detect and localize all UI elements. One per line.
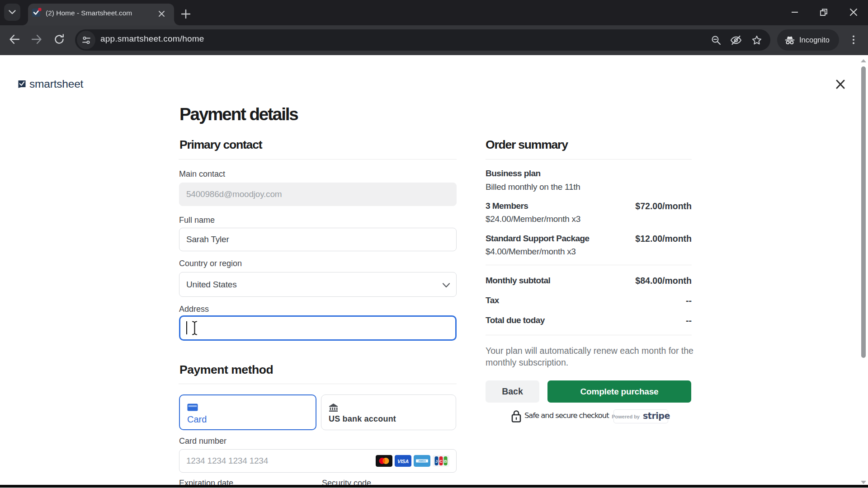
divider	[486, 159, 692, 160]
card-option-label: Card	[187, 414, 316, 425]
bottom-black-bar	[0, 485, 868, 488]
card-number-label: Card number	[179, 436, 226, 446]
incognito-label: Incognito	[799, 36, 830, 44]
card-number-placeholder: 1234 1234 1234 1234	[186, 456, 268, 466]
plan-name: Business plan	[486, 169, 541, 178]
line-item-name: Standard Support Package	[486, 234, 590, 244]
total-due-value: --	[686, 315, 692, 326]
full-name-input[interactable]: Sarah Tyler	[179, 228, 457, 251]
line-item-price: $72.00/month	[635, 201, 692, 211]
complete-purchase-button[interactable]: Complete purchase	[547, 380, 691, 403]
mastercard-icon	[376, 455, 392, 467]
select-chevron-icon	[441, 280, 451, 290]
url-text[interactable]: app.smartsheet.com/home	[100, 34, 204, 44]
line-item-price: $12.00/month	[635, 234, 692, 244]
visa-icon: VISA	[395, 455, 411, 467]
smartsheet-wordmark: smartsheet	[29, 78, 83, 90]
renewal-note: Your plan will automatically renew each …	[486, 345, 698, 368]
close-checkout-icon[interactable]	[835, 80, 845, 89]
powered-by-label: Powered by	[612, 414, 640, 419]
country-label: Country or region	[179, 259, 242, 268]
tab-title: (2) Home - Smartsheet.com	[46, 9, 154, 17]
incognito-badge[interactable]: Incognito	[777, 29, 839, 51]
bank-option-label: US bank account	[329, 414, 456, 424]
card-number-input[interactable]: 1234 1234 1234 1234 VISA AMEX J C B	[179, 449, 457, 473]
subtotal-value: $84.00/month	[635, 276, 692, 286]
divider	[179, 159, 457, 160]
credit-card-icon	[187, 404, 198, 411]
smartsheet-logo-icon	[18, 80, 26, 88]
tab-search-button[interactable]	[4, 4, 20, 21]
stripe-badge: Powered by stripe	[613, 409, 668, 423]
order-summary-heading: Order summary	[486, 138, 568, 152]
tab-curve-left	[23, 20, 28, 25]
divider	[486, 335, 692, 335]
payment-method-heading: Payment method	[179, 363, 273, 377]
total-due-label: Total due today	[486, 315, 545, 325]
stripe-wordmark: stripe	[643, 411, 670, 421]
browser-menu-icon[interactable]	[851, 34, 856, 45]
svg-text:AMEX: AMEX	[418, 460, 426, 462]
window-close-button[interactable]	[848, 7, 859, 17]
page-title: Payment details	[179, 104, 298, 124]
bank-icon	[329, 403, 338, 412]
tax-label: Tax	[486, 296, 499, 305]
forward-button[interactable]	[31, 33, 42, 45]
smartsheet-logo: smartsheet	[18, 78, 83, 90]
text-caret	[186, 321, 187, 334]
line-item-name: 3 Members	[486, 201, 528, 211]
browser-toolbar: app.smartsheet.com/home Incognito	[0, 25, 868, 55]
scrollbar-up-arrow[interactable]	[860, 59, 867, 63]
svg-text:B: B	[444, 459, 447, 464]
payment-method-bank-button[interactable]: US bank account	[321, 394, 456, 430]
svg-text:C: C	[439, 459, 443, 464]
divider	[179, 384, 457, 384]
jcb-icon: J C B	[433, 455, 449, 467]
lock-icon	[511, 409, 521, 423]
amex-icon: AMEX	[414, 455, 430, 467]
payment-method-card-button[interactable]: Card	[179, 394, 316, 430]
address-label: Address	[179, 305, 209, 314]
window-minimize-button[interactable]	[789, 7, 800, 17]
back-button[interactable]	[9, 33, 20, 45]
bookmark-star-icon[interactable]	[751, 35, 762, 46]
tab-curve-right	[174, 20, 179, 25]
site-settings-button[interactable]	[77, 31, 95, 49]
address-input[interactable]	[179, 315, 457, 341]
ibeam-cursor	[191, 320, 198, 336]
password-eye-off-icon[interactable]	[730, 35, 741, 46]
incognito-icon	[784, 35, 795, 46]
zoom-icon[interactable]	[711, 35, 722, 46]
main-contact-label: Main contact	[179, 169, 225, 179]
svg-text:VISA: VISA	[397, 459, 409, 464]
svg-text:J: J	[435, 459, 438, 464]
tab-close-icon[interactable]	[157, 9, 166, 18]
line-item-detail: $24.00/Member/month x3	[486, 214, 580, 224]
billing-cycle: Billed monthly on the 11th	[486, 182, 580, 192]
window-restore-button[interactable]	[818, 7, 829, 17]
back-button-checkout[interactable]: Back	[486, 380, 539, 403]
line-item-detail: $4.00/Member/month x3	[486, 247, 576, 257]
full-name-label: Full name	[179, 216, 215, 225]
card-brand-icons: VISA AMEX J C B	[376, 455, 449, 467]
subtotal-label: Monthly subtotal	[486, 276, 550, 286]
scrollbar-thumb[interactable]	[861, 66, 866, 358]
divider	[486, 265, 692, 265]
main-contact-input[interactable]: 5400986d@moodjoy.com	[179, 183, 457, 206]
country-select[interactable]: United States	[179, 272, 457, 297]
reload-button[interactable]	[53, 33, 65, 45]
tune-icon	[81, 35, 91, 45]
chevron-down-icon	[9, 10, 16, 14]
scrollbar-down-arrow[interactable]	[860, 480, 867, 484]
smartsheet-favicon-icon	[32, 8, 42, 18]
secure-checkout-note: Safe and secure checkout	[524, 411, 609, 420]
browser-tab-strip: (2) Home - Smartsheet.com	[0, 0, 868, 25]
tax-value: --	[686, 296, 692, 306]
new-tab-button[interactable]	[180, 8, 192, 20]
primary-contact-heading: Primary contact	[179, 138, 262, 152]
